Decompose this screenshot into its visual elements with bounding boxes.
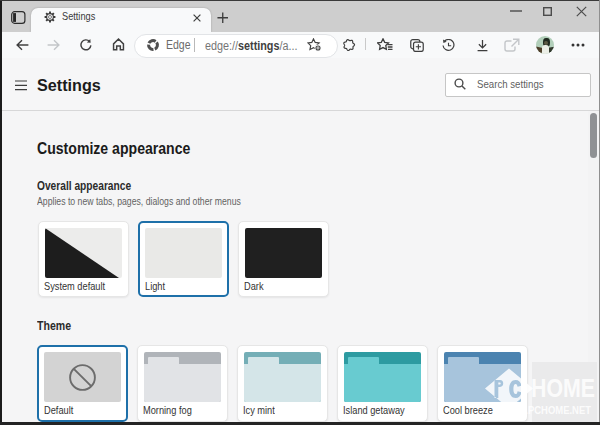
svg-text:HOME: HOME [531, 373, 595, 403]
svg-text:WWW.PCHOME.NET: WWW.PCHOME.NET [499, 405, 591, 416]
